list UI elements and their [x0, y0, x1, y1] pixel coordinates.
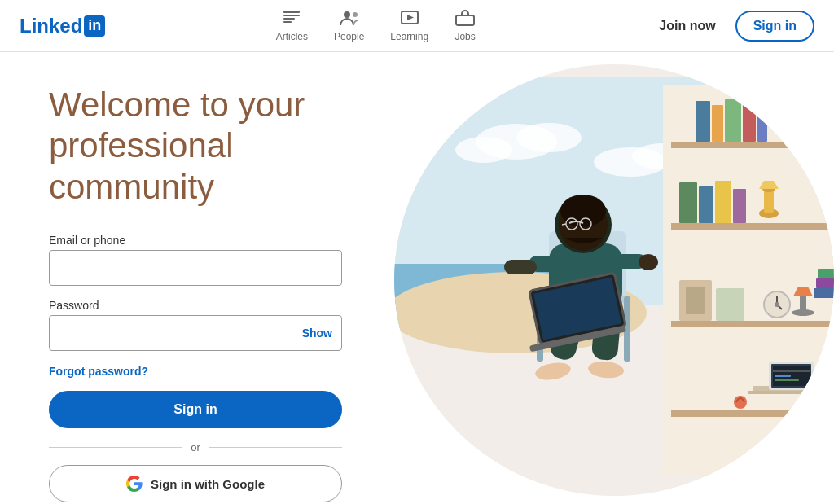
right-panel — [391, 52, 834, 504]
header: Linkedin Articles — [0, 0, 834, 52]
nav-item-learning[interactable]: Learning — [380, 9, 438, 42]
svg-rect-3 — [283, 21, 292, 23]
svg-rect-2 — [283, 18, 295, 20]
svg-rect-58 — [748, 391, 830, 394]
or-text: or — [191, 441, 200, 454]
svg-point-14 — [455, 137, 512, 163]
svg-rect-76 — [504, 260, 537, 274]
svg-point-30 — [813, 125, 834, 139]
svg-rect-25 — [757, 106, 767, 142]
headline: Welcome to your professional community — [49, 85, 342, 208]
email-input[interactable] — [49, 250, 342, 286]
svg-rect-23 — [725, 99, 741, 142]
svg-rect-56 — [671, 410, 834, 417]
google-sign-in-button[interactable]: Sign in with Google — [49, 465, 342, 502]
svg-point-49 — [775, 302, 779, 307]
nav: Articles People Learning — [266, 9, 485, 42]
password-wrapper: Show — [49, 315, 342, 351]
nav-item-people[interactable]: People — [324, 9, 374, 42]
svg-rect-54 — [816, 278, 834, 288]
header-sign-in-button[interactable]: Sign in — [735, 11, 814, 42]
password-input[interactable] — [49, 315, 342, 351]
svg-line-32 — [818, 132, 822, 140]
learning-label: Learning — [390, 31, 428, 42]
svg-rect-55 — [818, 269, 834, 278]
headline-line2: professional community — [49, 126, 233, 205]
svg-rect-63 — [775, 375, 791, 377]
password-label: Password — [49, 299, 342, 312]
articles-label: Articles — [276, 31, 308, 42]
svg-rect-64 — [775, 379, 799, 381]
people-label: People — [334, 31, 364, 42]
svg-point-4 — [344, 11, 350, 18]
svg-rect-1 — [283, 15, 300, 16]
svg-rect-37 — [733, 189, 746, 223]
svg-point-26 — [779, 109, 808, 138]
email-label: Email or phone — [49, 234, 342, 247]
nav-item-jobs[interactable]: Jobs — [445, 9, 485, 42]
logo-text: Linked — [20, 16, 82, 36]
svg-rect-0 — [283, 11, 300, 13]
nav-actions: Join now Sign in — [646, 11, 814, 42]
svg-rect-45 — [716, 288, 744, 321]
svg-point-27 — [779, 117, 808, 130]
svg-point-13 — [516, 123, 582, 152]
svg-rect-44 — [686, 287, 705, 314]
password-group: Password Show — [49, 299, 342, 351]
svg-rect-21 — [696, 101, 710, 142]
google-button-label: Sign in with Google — [151, 477, 265, 491]
show-password-button[interactable]: Show — [302, 327, 332, 340]
join-now-button[interactable]: Join now — [646, 12, 728, 40]
svg-rect-20 — [671, 142, 834, 148]
or-divider: or — [49, 441, 342, 454]
headline-line1: Welcome to your — [49, 85, 305, 124]
logo-in-box: in — [84, 15, 105, 37]
svg-rect-42 — [671, 321, 834, 327]
svg-rect-24 — [743, 103, 756, 142]
articles-icon — [282, 9, 301, 29]
google-icon — [126, 476, 143, 492]
left-panel: Welcome to your professional community E… — [0, 52, 391, 504]
sign-in-button[interactable]: Sign in — [49, 391, 342, 428]
svg-rect-8 — [456, 15, 474, 25]
svg-point-78 — [639, 254, 658, 270]
jobs-label: Jobs — [454, 31, 475, 42]
main-content: Welcome to your professional community E… — [0, 52, 834, 504]
svg-rect-35 — [699, 186, 713, 223]
logo[interactable]: Linkedin — [20, 15, 105, 37]
svg-rect-22 — [712, 105, 723, 142]
illustration — [391, 52, 834, 504]
svg-rect-29 — [785, 137, 801, 141]
svg-point-51 — [792, 309, 814, 316]
jobs-icon — [454, 9, 476, 29]
learning-icon — [399, 9, 420, 29]
svg-marker-7 — [407, 15, 414, 20]
svg-rect-36 — [715, 181, 731, 223]
email-group: Email or phone — [49, 234, 342, 286]
svg-point-5 — [353, 12, 358, 17]
svg-line-84 — [562, 224, 566, 225]
forgot-password-link[interactable]: Forgot password? — [49, 365, 148, 378]
people-icon — [339, 9, 360, 29]
svg-rect-53 — [814, 288, 834, 298]
or-line-right — [208, 447, 342, 448]
svg-rect-34 — [679, 182, 697, 223]
or-line-left — [49, 447, 182, 448]
svg-point-31 — [830, 122, 834, 132]
svg-rect-39 — [764, 189, 774, 213]
svg-rect-33 — [671, 223, 834, 230]
nav-item-articles[interactable]: Articles — [266, 9, 318, 42]
